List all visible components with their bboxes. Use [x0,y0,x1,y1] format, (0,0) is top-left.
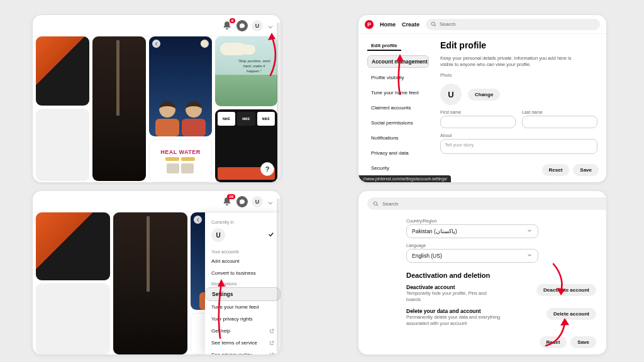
messages-icon[interactable] [236,196,248,207]
save-button[interactable]: Save [570,336,596,348]
sidebar-item-privacy-data[interactable]: Privacy and data [367,148,429,158]
notifications-badge: 8 [230,18,235,23]
search-placeholder: Search [382,201,398,207]
country-label: Country/Region [406,219,538,223]
profile-avatar[interactable]: U [252,196,263,207]
last-name-label: Last name [522,110,597,114]
first-name-label: First name [440,110,516,114]
menu-convert-business[interactable]: Convert to business [205,267,280,279]
chevron-down-icon [526,228,533,235]
pin-thumbnail[interactable]: "Stay positive, work hard, make it happe… [215,36,277,106]
account-chevron-icon[interactable] [267,22,274,30]
nav-home[interactable]: Home [380,21,396,28]
delete-desc: Permanently delete your data and everyth… [406,314,501,327]
menu-terms[interactable]: See terms of service [205,337,280,349]
page-subtitle: Keep your personal details private. Info… [440,55,585,68]
section-title: Deactivation and deletion [406,272,596,279]
external-icon [269,353,274,355]
back-icon[interactable] [194,216,202,224]
search-input[interactable]: Search [426,19,600,30]
pin-thumbnail[interactable] [36,212,110,280]
pin-thumbnail[interactable] [36,36,89,106]
search-placeholder: Search [440,21,455,27]
deactivate-desc: Temporarily hide your profile, Pins and … [406,290,501,303]
sidebar-item-edit-profile[interactable]: Edit profile [367,40,401,51]
menu-section-label: Your accounts [205,247,280,255]
delete-title: Delete your data and account [406,308,538,314]
quote-text: "Stay positive, work hard, make it happe… [236,59,272,74]
country-select[interactable]: Pakistan (پاکستان) [406,224,538,238]
menu-tune-feed[interactable]: Tune your home feed [205,301,280,313]
menu-add-account[interactable]: Add account [205,255,280,267]
menu-settings[interactable]: Settings [205,287,280,301]
sidebar-item-claimed-accounts[interactable]: Claimed accounts [367,102,429,113]
deactivate-title: Deactivate account [406,284,528,290]
profile-avatar[interactable]: U [252,20,263,31]
more-icon[interactable] [201,40,209,48]
sidebar-item-tune-feed[interactable]: Tune your home feed [367,87,429,98]
external-icon [269,329,274,334]
photo-label: Photo [440,73,597,77]
help-button[interactable]: ? [260,162,274,176]
deactivate-account-button[interactable]: Deactivate account [536,284,596,296]
sidebar-item-account-management[interactable]: Account management [367,55,429,68]
menu-section-label: Currently in [205,217,280,226]
settings-sidebar: Edit profile Account management Profile … [367,40,429,176]
sidebar-item-profile-visibility[interactable]: Profile visibility [367,72,429,83]
notifications-icon[interactable]: 28 [221,196,233,207]
pin-thumbnail[interactable] [36,283,110,354]
reset-button[interactable]: Reset [542,164,570,176]
sidebar-item-social-permissions[interactable]: Social permissions [367,118,429,128]
save-button[interactable]: Save [573,164,599,176]
pinterest-logo-icon[interactable]: P [365,20,374,29]
pin-thumbnail[interactable]: HEAL WATER [149,140,211,182]
first-name-input[interactable] [440,116,516,128]
reset-button[interactable]: Reset [540,336,567,348]
change-photo-button[interactable]: Change [468,89,500,101]
sidebar-item-security[interactable]: Security [367,163,429,173]
account-chevron-icon[interactable] [267,198,274,206]
back-icon[interactable] [152,40,160,48]
language-select[interactable]: English (US) [406,249,538,263]
last-name-input[interactable] [522,116,597,128]
menu-privacy-rights[interactable]: Your privacy rights [205,313,280,325]
menu-get-help[interactable]: Get help [205,325,280,337]
menu-privacy-policy[interactable]: See privacy policy [205,349,280,354]
check-icon [268,231,274,239]
chevron-down-icon [526,252,533,260]
nav-create[interactable]: Create [402,21,419,28]
profile-photo: U [440,84,462,105]
pin-thumbnail[interactable] [113,212,187,354]
pin-text: HEAL WATER [160,149,201,155]
url-tooltip: ://www.pinterest.com/settings/account-se… [358,175,451,182]
delete-account-button[interactable]: Delete account [547,308,596,320]
external-icon [269,341,274,346]
current-account-row[interactable]: U [205,226,280,247]
account-menu: Currently in U Your accounts Add account… [205,212,280,354]
notifications-icon[interactable]: 8 [221,20,233,31]
search-input[interactable]: Search [367,197,606,210]
menu-section-label: More options [205,279,280,287]
messages-icon[interactable] [236,20,248,31]
pin-thumbnail[interactable] [92,36,146,181]
about-textarea[interactable]: Tell your story [440,139,597,154]
page-title: Edit profile [440,40,597,50]
about-label: About [440,133,597,138]
pin-thumbnail[interactable] [36,109,89,181]
pin-preview-open[interactable] [149,36,211,136]
notifications-badge: 28 [227,194,235,199]
account-avatar: U [211,228,225,242]
language-label: Language [406,243,538,248]
sidebar-item-notifications[interactable]: Notifications [367,133,429,143]
